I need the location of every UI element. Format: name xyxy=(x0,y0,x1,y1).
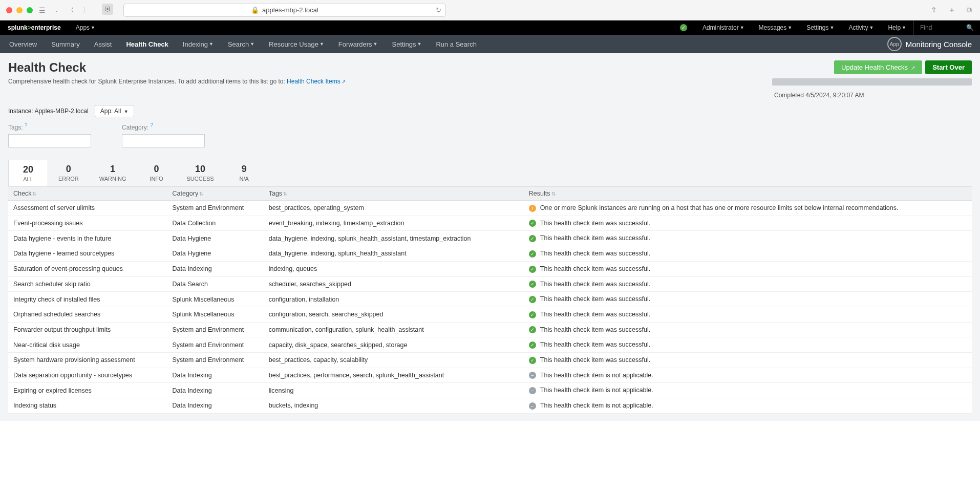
help-icon[interactable]: ? xyxy=(25,122,28,128)
tags-filter-input[interactable] xyxy=(8,134,91,147)
table-row[interactable]: Data hygiene - events in the futureData … xyxy=(8,231,972,246)
activity-label: Activity xyxy=(848,24,868,31)
search-icon[interactable]: 🔍 xyxy=(966,24,974,31)
start-over-button[interactable]: Start Over xyxy=(925,60,972,74)
summary-tab-warning[interactable]: 1WARNING xyxy=(89,160,137,186)
external-link-icon xyxy=(340,78,346,85)
cell-result: !One or more Splunk instances are runnin… xyxy=(524,201,972,216)
status-na-icon: – xyxy=(529,402,536,410)
nav-forwarders[interactable]: Forwarders▼ xyxy=(331,35,385,53)
nav-resource-usage[interactable]: Resource Usage▼ xyxy=(262,35,331,53)
summary-tab-na[interactable]: 9N/A xyxy=(224,160,264,186)
tabs-overview-icon[interactable]: ⧉ xyxy=(965,6,974,15)
status-ok-icon: ✓ xyxy=(529,357,536,364)
col-check[interactable]: Check⇅ xyxy=(8,187,167,201)
completed-text: Completed 4/5/2024, 9:20:07 AM xyxy=(774,92,864,99)
table-row[interactable]: Near-critical disk usageSystem and Envir… xyxy=(8,337,972,353)
privacy-shield-icon[interactable]: ⛨ xyxy=(102,4,113,15)
forward-button[interactable]: 〉 xyxy=(80,6,92,15)
summary-tab-all[interactable]: 20ALL xyxy=(8,160,48,186)
summary-count: 0 xyxy=(147,164,166,175)
tags-label-text: Tags: xyxy=(8,124,23,131)
summary-tab-success[interactable]: 10SUCCESS xyxy=(177,160,224,186)
help-icon[interactable]: ? xyxy=(150,122,153,128)
splunk-logo[interactable]: splunk>enterprise xyxy=(0,24,69,31)
new-tab-icon[interactable]: ＋ xyxy=(946,6,957,15)
sidebar-toggle-icon[interactable]: ☰ xyxy=(37,6,48,14)
cell-check: Orphaned scheduled searches xyxy=(8,307,167,322)
messages-menu[interactable]: Messages▼ xyxy=(752,20,800,35)
status-ok-icon: ✓ xyxy=(529,281,536,288)
apps-menu[interactable]: Apps▼ xyxy=(69,20,102,35)
col-tags[interactable]: Tags⇅ xyxy=(264,187,524,201)
summary-count: 9 xyxy=(235,164,254,175)
app-filter-label: App: All xyxy=(100,108,121,115)
table-row[interactable]: Assessment of server ulimitsSystem and E… xyxy=(8,201,972,216)
health-status-icon[interactable]: ✓ xyxy=(680,24,687,31)
cell-tags: capacity, disk_space, searches_skipped, … xyxy=(264,337,524,353)
settings-menu[interactable]: Settings▼ xyxy=(799,20,841,35)
table-row[interactable]: Event-processing issuesData Collectionev… xyxy=(8,216,972,231)
cell-category: Data Indexing xyxy=(167,261,264,276)
address-bar[interactable]: 🔒 apples-mbp-2.local ↻ xyxy=(123,4,446,17)
cell-tags: best_practices, performance, search, spl… xyxy=(264,368,524,383)
summary-tab-error[interactable]: 0ERROR xyxy=(48,160,89,186)
cell-tags: event_breaking, indexing, timestamp_extr… xyxy=(264,216,524,231)
cell-result: –This health check item is not applicabl… xyxy=(524,398,972,414)
summary-tab-info[interactable]: 0INFO xyxy=(137,160,177,186)
find-input[interactable] xyxy=(920,24,946,31)
maximize-window-icon[interactable] xyxy=(27,7,33,13)
nav-run-search[interactable]: Run a Search xyxy=(429,35,484,53)
nav-summary[interactable]: Summary xyxy=(44,35,87,53)
table-row[interactable]: Data hygiene - learned sourcetypesData H… xyxy=(8,246,972,262)
table-row[interactable]: Saturation of event-processing queuesDat… xyxy=(8,261,972,276)
status-ok-icon: ✓ xyxy=(529,250,536,258)
col-results[interactable]: Results⇅ xyxy=(524,187,972,201)
close-window-icon[interactable] xyxy=(6,7,12,13)
cell-tags: best_practices, capacity, scalability xyxy=(264,353,524,368)
cell-category: Data Hygiene xyxy=(167,246,264,262)
activity-menu[interactable]: Activity▼ xyxy=(841,20,881,35)
nav-overview[interactable]: Overview xyxy=(2,35,44,53)
nav-app-settings[interactable]: Settings▼ xyxy=(385,35,429,53)
cell-check: System hardware provisioning assessment xyxy=(8,353,167,368)
nav-search[interactable]: Search▼ xyxy=(221,35,262,53)
category-filter-input[interactable] xyxy=(122,134,205,147)
app-filter-dropdown[interactable]: App: All ▼ xyxy=(95,105,134,117)
cell-result: –This health check item is not applicabl… xyxy=(524,383,972,398)
table-row[interactable]: Data separation opportunity - sourcetype… xyxy=(8,368,972,383)
table-row[interactable]: Expiring or expired licensesData Indexin… xyxy=(8,383,972,398)
cell-category: Data Collection xyxy=(167,216,264,231)
minimize-window-icon[interactable] xyxy=(16,7,23,13)
table-row[interactable]: Integrity check of installed filesSplunk… xyxy=(8,292,972,307)
nav-app-settings-label: Settings xyxy=(392,40,416,48)
table-row[interactable]: Indexing statusData Indexingbuckets, ind… xyxy=(8,398,972,414)
reload-icon[interactable]: ↻ xyxy=(436,6,441,14)
nav-forwarders-label: Forwarders xyxy=(338,40,372,48)
table-row[interactable]: Forwarder output throughput limitsSystem… xyxy=(8,322,972,337)
update-health-checks-button[interactable]: Update Health Checks xyxy=(834,60,922,74)
cell-tags: indexing, queues xyxy=(264,261,524,276)
logo-suffix: enterprise xyxy=(31,24,61,31)
col-category[interactable]: Category⇅ xyxy=(167,187,264,201)
nav-assist[interactable]: Assist xyxy=(87,35,119,53)
summary-label: WARNING xyxy=(99,176,126,182)
back-button[interactable]: 〈 xyxy=(65,6,76,15)
table-row[interactable]: Search scheduler skip ratioData Searchsc… xyxy=(8,276,972,292)
logo-prefix: splunk xyxy=(8,24,28,31)
share-icon[interactable]: ⇪ xyxy=(929,6,939,15)
status-na-icon: – xyxy=(529,372,536,379)
nav-health-check[interactable]: Health Check xyxy=(119,35,175,53)
health-check-items-link[interactable]: Health Check Items xyxy=(287,78,346,85)
apps-label: Apps xyxy=(76,24,90,31)
sidebar-dropdown-icon[interactable]: ⌄ xyxy=(53,8,61,13)
page-desc-text: Comprehensive health check for Splunk En… xyxy=(8,78,287,85)
nav-indexing[interactable]: Indexing▼ xyxy=(176,35,221,53)
help-menu[interactable]: Help▼ xyxy=(881,20,913,35)
table-row[interactable]: System hardware provisioning assessmentS… xyxy=(8,353,972,368)
cell-category: System and Environment xyxy=(167,322,264,337)
administrator-menu[interactable]: Administrator▼ xyxy=(695,20,752,35)
summary-count: 0 xyxy=(58,164,79,175)
table-row[interactable]: Orphaned scheduled searchesSplunk Miscel… xyxy=(8,307,972,322)
cell-tags: data_hygiene, indexing, splunk_health_as… xyxy=(264,246,524,262)
